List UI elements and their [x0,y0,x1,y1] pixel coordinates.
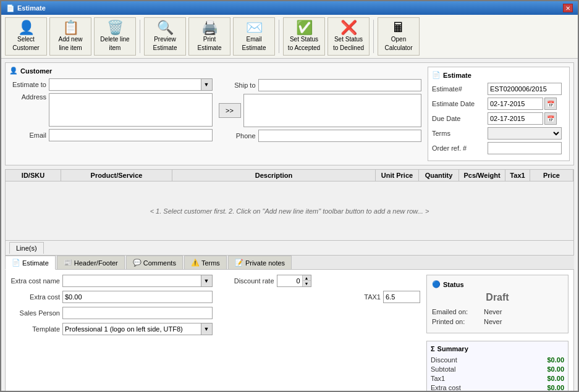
tax1-label: TAX1 [356,293,381,301]
print-estimate-button[interactable]: 🖨️ Print Estimate [188,17,230,56]
tab-header-footer[interactable]: 📰 Header/Footer [57,256,125,269]
customer-section: 👤 Customer Estimate to ▼ Address Email [5,62,574,165]
toolbar-separator-2 [279,20,279,53]
estimate-num-input[interactable] [488,83,562,95]
spinbox-up-btn[interactable]: ▲ [302,275,311,281]
estimate-num-label: Estimate# [432,85,488,93]
summary-extra-cost-label: Extra cost [431,384,461,391]
tab-comments-icon: 💬 [133,259,142,267]
set-status-declined-label2: to Declined [333,44,364,52]
address-label: Address [9,93,46,101]
col-price: Price [530,170,573,181]
open-calculator-icon: 🖩 [392,21,405,35]
estimate-date-input[interactable] [488,98,543,110]
discount-rate-spinbox[interactable]: ▲ ▼ [277,275,311,287]
select-customer-label2: Customer [12,44,39,52]
delete-line-item-icon: 🗑️ [107,21,124,35]
sales-person-input[interactable] [62,307,213,319]
ship-to-input[interactable] [258,79,422,91]
due-date-field: 📅 [488,112,557,125]
summary-discount-label: Discount [431,356,457,364]
estimate-info-panel: 📄 Estimate Estimate# Estimate Date 📅 [428,67,570,161]
extra-cost-name-combo[interactable]: ▼ [62,275,213,287]
estimate-date-row: Estimate Date 📅 [432,98,565,110]
email-estimate-button[interactable]: ✉️ Email Estimate [233,17,275,56]
delete-line-item-button[interactable]: 🗑️ Delete line item [94,17,136,56]
estimate-to-dropdown-btn[interactable]: ▼ [201,79,212,90]
main-window: 📄 Estimate ✕ 👤 Select Customer 📋 Add new… [0,0,579,392]
customer-right-panel: Ship to >> Phone [219,67,422,161]
table-footer: Line(s) [6,240,573,255]
tab-header-footer-icon: 📰 [64,259,72,267]
tab-terms[interactable]: ⚠️ Terms [184,256,227,269]
due-date-picker-btn[interactable]: 📅 [544,112,557,125]
print-estimate-icon: 🖨️ [201,21,218,35]
phone-input[interactable] [258,130,422,142]
ship-address-input[interactable] [243,94,422,127]
table-body-empty: < 1. Select customer first. 2. Click on … [6,181,573,240]
email-estimate-icon: ✉️ [246,21,263,35]
customer-section-header: 👤 Customer [9,67,213,75]
estimate-to-combo[interactable]: ▼ [49,78,213,91]
phone-label: Phone [219,132,256,140]
estimate-to-input[interactable] [49,79,201,90]
lines-tab[interactable]: Line(s) [9,242,44,254]
summary-tax1-row: Tax1 $0.00 [431,375,564,382]
email-input[interactable] [49,129,213,141]
set-status-declined-button[interactable]: ❌ Set Status to Declined [328,17,370,56]
col-idsku: ID/SKU [6,170,61,181]
preview-estimate-button[interactable]: 🔍 Preview Estimate [144,17,186,56]
window-title: 📄 Estimate [6,4,46,12]
estimate-date-picker-btn[interactable]: 📅 [544,98,557,110]
printed-on-label: Printed on: [432,318,481,325]
template-input[interactable] [63,323,201,335]
emailed-on-row: Emailed on: Never [432,308,563,315]
template-dropdown-btn[interactable]: ▼ [201,323,212,335]
tab-content-middle: Discount rate ▲ ▼ TAX1 [219,275,421,391]
estimate-to-label: Estimate to [9,81,46,88]
discount-rate-input[interactable] [277,277,302,285]
address-input[interactable] [49,93,213,127]
select-customer-label: Select [17,36,35,43]
toolbar-separator-1 [140,20,140,53]
summary-subtotal-label: Subtotal [431,365,455,373]
copy-address-button[interactable]: >> [219,103,241,118]
due-date-row: Due Date 📅 [432,112,565,125]
tab-estimate[interactable]: 📄 Estimate [5,256,56,270]
tax1-input[interactable] [383,291,420,303]
summary-extra-cost-value: $0.00 [547,384,564,391]
extra-cost-input[interactable] [62,291,213,303]
extra-cost-name-dropdown-btn[interactable]: ▼ [201,275,212,286]
preview-estimate-label2: Estimate [153,44,177,52]
order-ref-input[interactable] [488,142,562,154]
tabs-section: 📄 Estimate 📰 Header/Footer 💬 Comments ⚠️… [5,256,574,391]
summary-discount-value: $0.00 [547,356,564,364]
terms-row: Terms [432,127,565,140]
tab-comments[interactable]: 💬 Comments [126,256,183,269]
extra-cost-name-input[interactable] [63,275,201,286]
printed-on-row: Printed on: Never [432,318,563,325]
select-customer-button[interactable]: 👤 Select Customer [5,17,47,56]
terms-select[interactable] [488,127,562,140]
summary-box: Σ Summary Discount $0.00 Subtotal $0.00 [426,341,568,391]
ship-to-row: Ship to [219,79,422,91]
order-ref-row: Order ref. # [432,142,565,154]
due-date-input[interactable] [488,112,543,125]
close-button[interactable]: ✕ [563,4,573,12]
add-line-item-icon: 📋 [62,21,79,35]
col-product: Product/Service [61,170,172,181]
open-calculator-button[interactable]: 🖩 Open Calculator [378,17,420,56]
estimate-date-field: 📅 [488,98,557,110]
template-combo[interactable]: ▼ [62,323,213,335]
delete-line-item-label: Delete line [100,36,129,43]
tab-private-notes[interactable]: 📝 Private notes [228,256,292,269]
add-line-item-button[interactable]: 📋 Add new line item [49,17,91,56]
estimate-to-row: Estimate to ▼ [9,78,213,91]
window-icon: 📄 [6,4,15,12]
preview-estimate-label: Preview [154,36,176,43]
emailed-on-value: Never [484,308,502,315]
set-status-accepted-label: Set Status [290,36,318,43]
set-status-accepted-button[interactable]: ✅ Set Status to Accepted [283,17,325,56]
status-header: 🔵 Status [432,280,563,288]
spinbox-down-btn[interactable]: ▼ [302,281,311,286]
